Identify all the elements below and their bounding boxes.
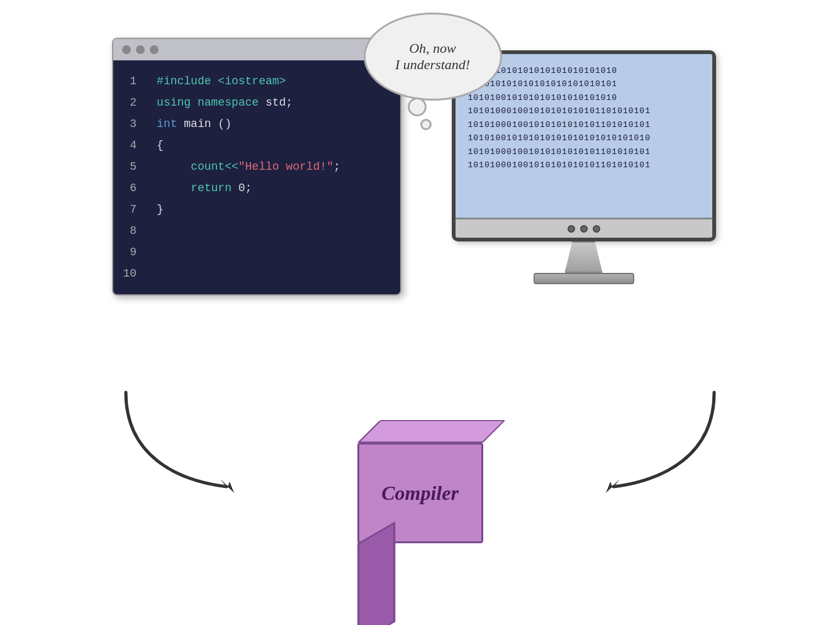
binary-line-8: 101010001001010101010101101010101: [468, 158, 700, 172]
monitor-bottom-bar: [456, 218, 712, 238]
titlebar-dot-3: [150, 45, 159, 54]
speech-bubble: Oh, nowI understand!: [364, 13, 502, 101]
svg-marker-3: [606, 482, 612, 493]
binary-line-5: 101010001001010101010101101010101: [468, 118, 700, 131]
monitor-base: [534, 273, 634, 284]
editor-titlebar: [113, 39, 400, 60]
line-numbers: 1 2 3 4 5 6 7 8 9 10: [113, 70, 147, 284]
binary-line-6: 101010010101010101010101010101010: [468, 131, 700, 145]
code-line-2: using namespace std;: [157, 92, 389, 113]
top-section: 1 2 3 4 5 6 7 8 9 10 #include <iostream>…: [0, 0, 840, 296]
code-line-9: [157, 241, 389, 263]
bubble-tail-1: [408, 97, 427, 116]
code-line-8: [157, 220, 389, 241]
monitor-button-3: [593, 225, 600, 233]
code-line-7: }: [157, 199, 389, 220]
cube-top-face: [357, 420, 506, 443]
code-line-4: {: [157, 135, 389, 156]
cube-front-face: Compiler: [357, 443, 483, 543]
code-line-10: [157, 263, 389, 284]
speech-bubble-area: Oh, nowI understand!: [364, 13, 502, 101]
binary-line-3: 101010010101010101010101010: [468, 91, 700, 104]
code-line-1: #include <iostream>: [157, 70, 389, 92]
svg-marker-1: [228, 482, 234, 493]
editor-body: 1 2 3 4 5 6 7 8 9 10 #include <iostream>…: [113, 60, 400, 294]
compiler-cube: Compiler: [332, 405, 508, 594]
code-content: #include <iostream> using namespace std;…: [147, 70, 400, 284]
binary-line-1: 010101010101010101010101010: [468, 64, 700, 77]
arrow-left: [113, 380, 239, 496]
monitor-button-2: [580, 225, 588, 233]
code-editor: 1 2 3 4 5 6 7 8 9 10 #include <iostream>…: [112, 38, 401, 296]
binary-line-2: 101010101010101010101010101: [468, 77, 700, 91]
monitor-stand: [565, 241, 603, 273]
binary-line-4: 101010001001010101010101101010101: [468, 104, 700, 118]
bubble-tail-2: [420, 119, 432, 130]
titlebar-dot-1: [122, 45, 131, 54]
code-line-6: return 0;: [157, 177, 389, 199]
code-line-5: count<<"Hello world!";: [157, 156, 389, 177]
compiler-label: Compiler: [381, 482, 459, 505]
monitor-button-1: [568, 225, 575, 233]
cube: Compiler: [357, 405, 483, 531]
code-line-3: int main (): [157, 113, 389, 135]
titlebar-dot-2: [136, 45, 145, 54]
binary-line-7: 101010001001010101010101101010101: [468, 145, 700, 158]
arrow-right: [601, 380, 727, 496]
speech-bubble-text: Oh, nowI understand!: [395, 40, 470, 73]
bottom-section: Compiler: [0, 355, 840, 625]
